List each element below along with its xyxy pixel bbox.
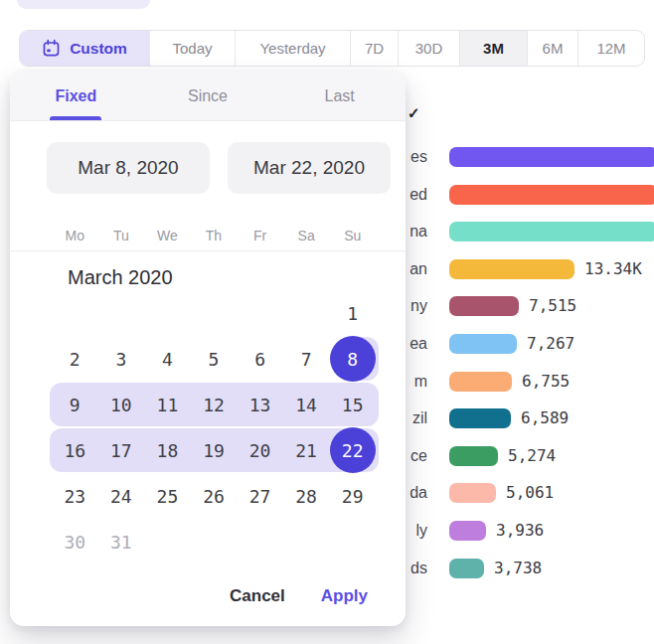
calendar-day-21[interactable]: 21	[283, 428, 330, 472]
calendar-day-3[interactable]: 3	[98, 337, 145, 381]
day-number: 3	[115, 349, 126, 370]
date-picker-tabs: Fixed Since Last	[10, 72, 406, 121]
chart-bar-value: 13.34K	[584, 259, 642, 279]
tab-fixed[interactable]: Fixed	[10, 72, 142, 120]
chart-bar-value: 3,738	[494, 559, 542, 578]
calendar-day-10[interactable]: 10	[98, 383, 145, 426]
calendar-day-24[interactable]: 24	[98, 474, 145, 518]
day-number: 12	[203, 395, 225, 415]
calendar-day-22[interactable]: 22	[329, 428, 376, 472]
calendar-empty-cell	[191, 291, 238, 335]
calendar-day-18[interactable]: 18	[144, 428, 191, 472]
calendar-day-29[interactable]: 29	[329, 474, 376, 518]
day-number: 13	[249, 395, 271, 415]
start-date-input[interactable]: Mar 8, 2020	[47, 142, 210, 194]
calendar-day-23[interactable]: 23	[52, 474, 98, 518]
chart-bar-value: 5,061	[506, 483, 554, 503]
calendar-day-7[interactable]: 7	[283, 337, 330, 381]
chart-bar-value: 6,755	[522, 372, 570, 392]
calendar-empty-cell	[237, 520, 283, 564]
calendar-day-13[interactable]: 13	[237, 383, 283, 426]
day-number: 8	[347, 349, 358, 370]
day-number: 2	[70, 349, 81, 370]
cancel-button[interactable]: Cancel	[230, 582, 285, 610]
calendar-day-5[interactable]: 5	[191, 337, 238, 381]
day-number: 16	[64, 440, 85, 461]
chart-bar	[449, 185, 654, 205]
calendar-week-row: 1	[52, 291, 376, 335]
day-number: 31	[110, 532, 132, 553]
chart-bar	[449, 222, 654, 242]
header-divider	[10, 250, 406, 251]
weekday-label: Fr	[237, 223, 283, 248]
calendar-day-20[interactable]: 20	[237, 428, 283, 472]
tab-label: Fixed	[55, 87, 96, 105]
day-number: 21	[295, 440, 317, 461]
calendar-empty-cell	[283, 291, 330, 335]
chart-bar	[449, 559, 484, 578]
day-number: 23	[64, 486, 85, 507]
calendar-day-12[interactable]: 12	[191, 383, 238, 426]
day-number: 15	[342, 395, 364, 415]
day-number: 11	[157, 395, 179, 415]
end-date-input[interactable]: Mar 22, 2020	[228, 142, 391, 194]
day-number: 30	[64, 532, 85, 553]
day-number: 1	[347, 303, 358, 324]
day-number: 25	[157, 486, 179, 507]
calendar-empty-cell	[237, 291, 283, 335]
calendar-week-row: 9101112131415	[52, 383, 376, 426]
chart-bar-value: 7,515	[529, 296, 576, 316]
chart-bar-value: 5,274	[508, 446, 556, 466]
calendar-day-19[interactable]: 19	[191, 428, 238, 472]
calendar-empty-cell	[144, 291, 191, 335]
chart-bar	[449, 334, 517, 354]
weekday-label: Tu	[98, 223, 145, 248]
day-number: 17	[110, 440, 132, 461]
calendar-day-16[interactable]: 16	[52, 428, 98, 472]
calendar-empty-cell	[98, 291, 145, 335]
day-number: 6	[254, 349, 265, 370]
calendar-week-row: 16171819202122	[52, 428, 376, 472]
tab-since[interactable]: Since	[142, 72, 274, 120]
calendar-day-17[interactable]: 17	[98, 428, 145, 472]
date-inputs-row: Mar 8, 2020 Mar 22, 2020	[10, 142, 406, 194]
day-number: 10	[110, 395, 132, 415]
month-title: March 2020	[68, 262, 173, 292]
day-number: 28	[295, 486, 317, 507]
day-number: 26	[203, 486, 225, 507]
calendar-day-11[interactable]: 11	[144, 383, 191, 426]
tab-label: Since	[188, 87, 228, 105]
day-number: 20	[249, 440, 271, 461]
day-number: 9	[70, 395, 81, 415]
date-picker-popup: Fixed Since Last Mar 8, 2020 Mar 22, 202…	[10, 72, 406, 626]
chart-bar-value: 7,267	[527, 334, 574, 354]
chart-bar	[449, 446, 498, 466]
tab-label: Last	[325, 87, 355, 105]
day-number: 14	[295, 395, 317, 415]
day-number: 5	[209, 349, 220, 370]
calendar-day-15[interactable]: 15	[329, 383, 376, 426]
calendar-day-27[interactable]: 27	[237, 474, 283, 518]
weekday-label: Th	[191, 223, 238, 248]
day-number: 29	[342, 486, 364, 507]
calendar-day-8[interactable]: 8	[329, 337, 376, 381]
calendar-day-30[interactable]: 30	[52, 520, 98, 564]
calendar-day-26[interactable]: 26	[191, 474, 238, 518]
popup-footer: Cancel Apply	[230, 582, 368, 610]
calendar-empty-cell	[144, 520, 191, 564]
calendar-day-28[interactable]: 28	[283, 474, 330, 518]
calendar-day-2[interactable]: 2	[52, 337, 98, 381]
calendar-day-6[interactable]: 6	[237, 337, 283, 381]
chart-bar	[449, 408, 511, 428]
calendar-day-14[interactable]: 14	[283, 383, 330, 426]
calendar-day-25[interactable]: 25	[144, 474, 191, 518]
start-date-value: Mar 8, 2020	[78, 157, 178, 179]
tab-last[interactable]: Last	[273, 72, 406, 120]
apply-button[interactable]: Apply	[321, 582, 368, 610]
calendar-day-31[interactable]: 31	[98, 520, 145, 564]
calendar-day-1[interactable]: 1	[329, 291, 376, 335]
calendar-day-4[interactable]: 4	[144, 337, 191, 381]
calendar-week-row: 3031	[52, 520, 376, 564]
chart-bar	[449, 296, 519, 316]
calendar-day-9[interactable]: 9	[52, 383, 98, 426]
